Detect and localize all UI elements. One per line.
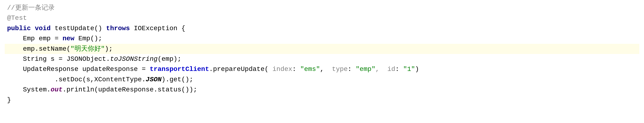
code-segment: .prepareUpdate( <box>209 66 268 73</box>
code-segment: : <box>292 66 300 73</box>
code-segment: throws <box>106 25 130 32</box>
code-line: //更新一条记录 <box>5 3 639 13</box>
code-segment: } <box>7 96 11 104</box>
code-segment: IOException { <box>130 25 185 32</box>
code-segment: emp.setName( <box>7 45 70 52</box>
code-segment: ); <box>105 45 113 52</box>
code-segment: , id <box>376 66 395 73</box>
code-segment: .println(updateResponse.status()); <box>62 86 197 93</box>
code-line: @Test <box>5 13 639 23</box>
code-segment <box>31 25 35 32</box>
code-segment: System. <box>7 86 51 93</box>
code-line: } <box>5 95 639 105</box>
code-segment: (emp); <box>158 55 182 63</box>
code-segment: Emp emp = <box>7 35 62 42</box>
code-segment: //更新一条记录 <box>7 4 55 12</box>
code-block: //更新一条记录@Testpublic void testUpdate() th… <box>0 0 644 123</box>
code-segment: : <box>395 66 403 73</box>
code-segment: out <box>51 86 62 93</box>
code-segment: "1" <box>403 66 415 73</box>
code-segment: index <box>268 66 292 73</box>
code-segment: UpdateResponse updateResponse = <box>7 66 150 73</box>
code-line: String s = JSONObject.toJSONString(emp); <box>5 54 639 64</box>
code-segment: new <box>62 35 74 42</box>
code-segment: String s = JSONObject. <box>7 55 110 63</box>
code-segment: : <box>348 66 356 73</box>
code-line: emp.setName("明天你好"); <box>5 44 639 54</box>
code-segment: transportClient <box>150 66 209 73</box>
code-segment: @Test <box>7 14 27 22</box>
code-segment: void <box>35 25 51 32</box>
code-segment: JSON <box>146 76 162 83</box>
code-line: Emp emp = new Emp(); <box>5 34 639 44</box>
code-segment: Emp(); <box>74 35 102 42</box>
code-segment: , <box>320 66 332 73</box>
code-line: System.out.println(updateResponse.status… <box>5 84 639 95</box>
code-segment: ) <box>415 66 419 73</box>
code-segment: "明天你好" <box>70 45 105 52</box>
code-segment: type <box>332 66 348 73</box>
code-segment: .setDoc(s,XContentType. <box>7 76 146 83</box>
code-line: .setDoc(s,XContentType.JSON).get(); <box>5 74 639 84</box>
code-line: UpdateResponse updateResponse = transpor… <box>5 64 639 74</box>
code-segment: "emp" <box>356 66 376 73</box>
code-segment: ).get(); <box>162 76 193 83</box>
code-segment: testUpdate() <box>51 25 106 32</box>
code-segment: public <box>7 25 31 32</box>
code-line: public void testUpdate() throws IOExcept… <box>5 23 639 34</box>
code-segment: "ems" <box>300 66 320 73</box>
code-segment: toJSONString <box>110 55 158 63</box>
